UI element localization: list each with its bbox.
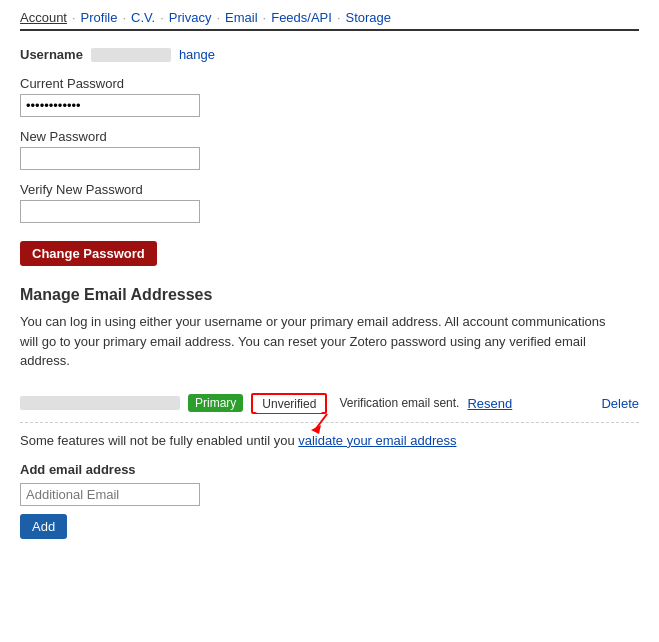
nav-sep-3: · <box>160 10 164 25</box>
new-password-group: New Password <box>20 129 639 170</box>
add-email-button[interactable]: Add <box>20 514 67 539</box>
nav-sep-5: · <box>263 10 267 25</box>
nav-account[interactable]: Account <box>20 10 67 25</box>
unverified-badge: Unverified <box>255 395 323 413</box>
current-password-label: Current Password <box>20 76 639 91</box>
svg-marker-1 <box>311 425 321 434</box>
nav-sep-4: · <box>216 10 220 25</box>
current-password-input[interactable] <box>20 94 200 117</box>
warning-text: Some features will not be fully enabled … <box>20 433 295 448</box>
current-password-group: Current Password <box>20 76 639 117</box>
new-password-label: New Password <box>20 129 639 144</box>
change-password-button[interactable]: Change Password <box>20 241 157 266</box>
nav-sep-1: · <box>72 10 76 25</box>
manage-email-title: Manage Email Addresses <box>20 286 639 304</box>
email-address-blurred <box>20 396 180 410</box>
verify-password-input[interactable] <box>20 200 200 223</box>
new-password-input[interactable] <box>20 147 200 170</box>
nav-cv[interactable]: C.V. <box>131 10 155 25</box>
verify-password-group: Verify New Password <box>20 182 639 223</box>
warning-row: Some features will not be fully enabled … <box>20 433 639 448</box>
username-value-blurred <box>91 48 171 62</box>
username-row: Username hange <box>20 47 639 62</box>
verification-email-text: Verification email sent. <box>339 396 459 410</box>
username-change-link[interactable]: hange <box>179 47 215 62</box>
nav-sep-6: · <box>337 10 341 25</box>
nav-privacy[interactable]: Privacy <box>169 10 212 25</box>
nav-feeds-api[interactable]: Feeds/API <box>271 10 332 25</box>
nav-profile[interactable]: Profile <box>81 10 118 25</box>
unverified-highlight-box: Unverified <box>251 393 327 414</box>
nav-bar: Account · Profile · C.V. · Privacy · Ema… <box>20 10 639 31</box>
validate-email-link[interactable]: validate your email address <box>298 433 456 448</box>
username-label: Username <box>20 47 83 62</box>
delete-link[interactable]: Delete <box>601 396 639 411</box>
nav-email[interactable]: Email <box>225 10 258 25</box>
primary-badge: Primary <box>188 394 243 412</box>
add-email-title: Add email address <box>20 462 639 477</box>
manage-email-description: You can log in using either your usernam… <box>20 312 620 371</box>
verify-password-label: Verify New Password <box>20 182 639 197</box>
additional-email-input[interactable] <box>20 483 200 506</box>
nav-sep-2: · <box>122 10 126 25</box>
email-row: Primary Unverified Verification email se… <box>20 385 639 423</box>
annotation-arrow <box>305 412 335 434</box>
nav-storage[interactable]: Storage <box>346 10 392 25</box>
resend-link[interactable]: Resend <box>467 396 512 411</box>
